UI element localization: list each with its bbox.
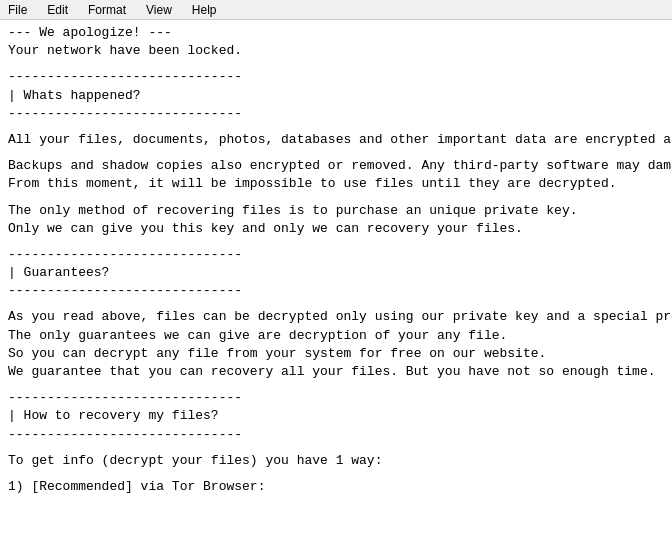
text-line (8, 470, 664, 478)
app-window: FileEditFormatViewHelp --- We apologize!… (0, 0, 672, 551)
text-line: ------------------------------ (8, 68, 664, 86)
text-line (8, 194, 664, 202)
menu-item-format[interactable]: Format (84, 2, 130, 18)
text-line: The only method of recovering files is t… (8, 202, 664, 220)
text-line: From this moment, it will be impossible … (8, 175, 664, 193)
menu-item-file[interactable]: File (4, 2, 31, 18)
text-line: ------------------------------ (8, 389, 664, 407)
text-line: Only we can give you this key and only w… (8, 220, 664, 238)
text-line: ------------------------------ (8, 246, 664, 264)
text-line: ------------------------------ (8, 426, 664, 444)
text-line: So you can decrypt any file from your sy… (8, 345, 664, 363)
text-line: | Guarantees? (8, 264, 664, 282)
text-line: | Whats happened? (8, 87, 664, 105)
text-line: ------------------------------ (8, 105, 664, 123)
text-line: | How to recovery my files? (8, 407, 664, 425)
text-line (8, 238, 664, 246)
text-line: ------------------------------ (8, 282, 664, 300)
menu-item-edit[interactable]: Edit (43, 2, 72, 18)
text-line: Your network have been locked. (8, 42, 664, 60)
text-line: As you read above, files can be decrypte… (8, 308, 664, 326)
text-line (8, 60, 664, 68)
content-area: --- We apologize! ---Your network have b… (0, 20, 672, 551)
text-line (8, 381, 664, 389)
text-line: --- We apologize! --- (8, 24, 664, 42)
menu-item-view[interactable]: View (142, 2, 176, 18)
text-line: 1) [Recommended] via Tor Browser: (8, 478, 664, 496)
menu-item-help[interactable]: Help (188, 2, 221, 18)
text-line (8, 300, 664, 308)
text-line: To get info (decrypt your files) you hav… (8, 452, 664, 470)
text-line: We guarantee that you can recovery all y… (8, 363, 664, 381)
text-line (8, 123, 664, 131)
text-line: The only guarantees we can give are decr… (8, 327, 664, 345)
text-line: All your files, documents, photos, datab… (8, 131, 664, 149)
menu-bar: FileEditFormatViewHelp (0, 0, 672, 20)
text-line (8, 444, 664, 452)
text-line (8, 149, 664, 157)
text-line: Backups and shadow copies also encrypted… (8, 157, 664, 175)
